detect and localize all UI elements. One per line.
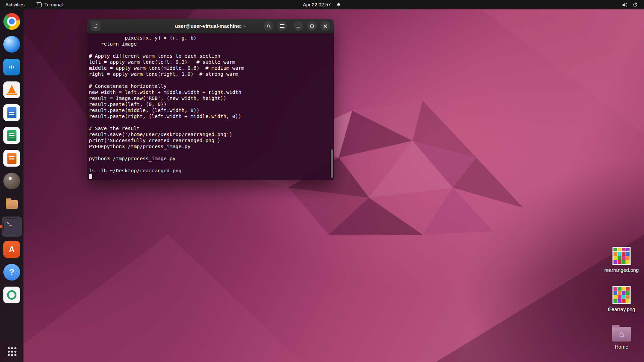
image-thumbnail bbox=[612, 247, 631, 265]
terminal-line: # Apply different warm tones to each sec… bbox=[89, 53, 334, 59]
home-folder-icon bbox=[612, 327, 631, 342]
dock-item-vlc[interactable] bbox=[2, 80, 22, 100]
terminal-line: result.save('/home/user/Desktop/rearrang… bbox=[89, 131, 334, 137]
dock-item-updater[interactable] bbox=[2, 285, 22, 305]
terminal-line: # Save the result bbox=[89, 125, 334, 131]
terminal-line bbox=[89, 77, 334, 83]
vscode-icon bbox=[3, 59, 20, 75]
focused-app-name: Terminal bbox=[44, 2, 63, 7]
desktop-icon-label: tilearray.png bbox=[608, 306, 635, 312]
terminal-line: result.paste(left, (0, 0)) bbox=[89, 101, 334, 107]
desktop-icon-label: Home bbox=[615, 344, 628, 350]
terminal-app-icon bbox=[36, 2, 42, 7]
help-icon bbox=[3, 264, 20, 281]
terminal-line bbox=[89, 162, 334, 168]
close-button[interactable] bbox=[320, 21, 330, 31]
software-updater-icon bbox=[3, 287, 20, 303]
dock-item-gimp[interactable] bbox=[2, 171, 22, 191]
files-folder-icon bbox=[3, 195, 20, 212]
libreoffice-calc-icon bbox=[3, 127, 20, 144]
window-title: user@user-virtual-machine: ~ bbox=[175, 23, 246, 29]
top-bar: Activities Terminal Apr 22 02:57 bbox=[0, 0, 644, 9]
new-tab-button[interactable] bbox=[91, 21, 101, 31]
dock-item-calc[interactable] bbox=[2, 125, 22, 145]
activities-button[interactable]: Activities bbox=[5, 2, 24, 7]
focused-app-indicator[interactable]: Terminal bbox=[36, 2, 63, 7]
maximize-button[interactable] bbox=[307, 21, 317, 31]
dock-item-software[interactable] bbox=[2, 239, 22, 259]
terminal-body[interactable]: pixels[x, y] = (r, g, b) return image # … bbox=[87, 34, 334, 180]
terminal-icon bbox=[3, 218, 20, 235]
search-button[interactable] bbox=[264, 21, 273, 31]
desktop-icon-rearranged[interactable]: rearranged.png bbox=[602, 247, 641, 273]
terminal-line: python3 /tmp/process_image.py bbox=[89, 156, 334, 162]
dock-item-chrome[interactable] bbox=[2, 11, 22, 32]
terminal-line: result.paste(middle, (left.width, 0)) bbox=[89, 107, 334, 113]
chrome-icon bbox=[3, 13, 20, 30]
terminal-line: middle = apply_warm_tone(middle, 0.6) # … bbox=[89, 65, 334, 71]
show-applications-button[interactable] bbox=[4, 344, 19, 359]
dock-item-vscode[interactable] bbox=[2, 57, 22, 77]
ubuntu-software-icon bbox=[3, 241, 20, 258]
gimp-icon bbox=[3, 173, 20, 189]
image-thumbnail bbox=[612, 286, 631, 304]
terminal-line bbox=[89, 47, 334, 53]
app-grid-icon bbox=[7, 347, 16, 356]
terminal-line: left = apply_warm_tone(left, 0.3) # subt… bbox=[89, 59, 334, 65]
terminal-line bbox=[89, 149, 334, 156]
terminal-line: ls -lh ~/Desktop/rearranged.png bbox=[89, 168, 334, 174]
search-icon bbox=[266, 24, 271, 28]
desktop-icon-home[interactable]: Home bbox=[602, 325, 641, 350]
terminal-output: pixels[x, y] = (r, g, b) return image # … bbox=[89, 35, 334, 180]
terminal-line: PYEOFpython3 /tmp/process_image.py bbox=[89, 143, 334, 149]
hamburger-icon bbox=[280, 24, 284, 28]
running-indicator bbox=[0, 225, 2, 228]
desktop-icon-label: rearranged.png bbox=[604, 267, 639, 273]
vlc-icon bbox=[3, 81, 20, 98]
volume-icon[interactable] bbox=[622, 2, 628, 8]
notification-bell-icon bbox=[336, 2, 341, 7]
terminal-line: pixels[x, y] = (r, g, b) bbox=[89, 35, 334, 41]
terminal-line: right = apply_warm_tone(right, 1.0) # st… bbox=[89, 71, 334, 77]
minimize-icon bbox=[297, 27, 300, 27]
desktop: Activities Terminal Apr 22 02:57 bbox=[0, 0, 644, 362]
terminal-line: result = Image.new('RGB', (new_width, he… bbox=[89, 95, 334, 101]
terminal-line: print('Successfully created rearranged.p… bbox=[89, 137, 334, 143]
dock-item-terminal[interactable] bbox=[2, 217, 22, 237]
scrollbar-thumb[interactable] bbox=[331, 149, 333, 178]
terminal-scrollbar[interactable] bbox=[330, 34, 333, 180]
dock-item-files[interactable] bbox=[2, 194, 22, 214]
terminal-window: user@user-virtual-machine: ~ bbox=[87, 19, 334, 180]
terminal-cursor bbox=[89, 174, 92, 179]
terminal-line: result.paste(right, (left.width + middle… bbox=[89, 113, 334, 119]
dock-item-writer[interactable] bbox=[2, 103, 22, 123]
dock bbox=[0, 9, 23, 362]
dock-item-help[interactable] bbox=[2, 262, 22, 282]
maximize-icon bbox=[310, 24, 314, 28]
minimize-button[interactable] bbox=[293, 21, 303, 31]
menu-button[interactable] bbox=[277, 21, 287, 31]
terminal-line: return image bbox=[89, 41, 334, 47]
power-icon[interactable] bbox=[633, 2, 638, 7]
libreoffice-writer-icon bbox=[3, 104, 20, 121]
terminal-line: new_width = left.width + middle.width + … bbox=[89, 89, 334, 95]
firefox-icon bbox=[3, 36, 20, 53]
clock-text: Apr 22 02:57 bbox=[303, 2, 331, 7]
dock-item-firefox[interactable] bbox=[2, 34, 22, 54]
terminal-titlebar[interactable]: user@user-virtual-machine: ~ bbox=[87, 19, 334, 34]
dock-item-impress[interactable] bbox=[2, 148, 22, 168]
libreoffice-impress-icon bbox=[3, 150, 20, 167]
terminal-line bbox=[89, 119, 334, 125]
desktop-icon-tilearray[interactable]: tilearray.png bbox=[602, 286, 641, 312]
close-icon bbox=[323, 24, 327, 28]
terminal-line: # Concatenate horizontally bbox=[89, 83, 334, 89]
dock-items bbox=[2, 11, 22, 305]
clock-button[interactable]: Apr 22 02:57 bbox=[303, 2, 341, 7]
